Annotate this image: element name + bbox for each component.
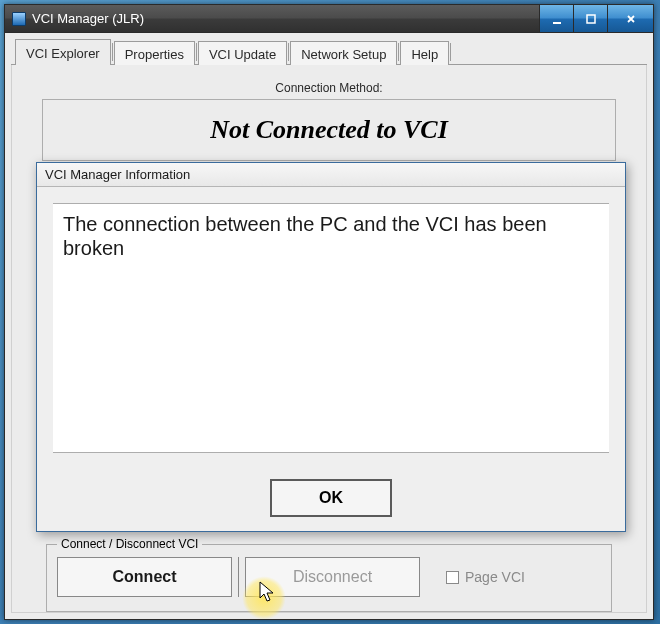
dialog-title: VCI Manager Information [45, 167, 190, 182]
tab-vci-explorer[interactable]: VCI Explorer [15, 39, 111, 65]
maximize-button[interactable] [573, 5, 607, 32]
tab-help[interactable]: Help [400, 41, 449, 65]
tab-vci-update[interactable]: VCI Update [198, 41, 287, 65]
connect-button[interactable]: Connect [57, 557, 232, 597]
checkbox-box [446, 571, 459, 584]
button-label: Disconnect [293, 568, 372, 586]
svg-rect-0 [553, 22, 561, 24]
connection-method-label: Connection Method: [42, 81, 616, 95]
titlebar[interactable]: VCI Manager (JLR) [5, 5, 653, 33]
tab-label: Network Setup [301, 47, 386, 62]
connection-status: Not Connected to VCI [210, 115, 448, 145]
group-legend: Connect / Disconnect VCI [57, 537, 202, 551]
svg-rect-1 [587, 15, 595, 23]
tab-label: Help [411, 47, 438, 62]
tab-label: VCI Explorer [26, 46, 100, 61]
button-label: Connect [113, 568, 177, 586]
tab-network-setup[interactable]: Network Setup [290, 41, 397, 65]
button-label: OK [319, 489, 343, 507]
page-vci-checkbox[interactable]: Page VCI [446, 569, 525, 585]
window-title: VCI Manager (JLR) [32, 11, 144, 26]
info-dialog: VCI Manager Information The connection b… [36, 162, 626, 532]
minimize-button[interactable] [539, 5, 573, 32]
tab-properties[interactable]: Properties [114, 41, 195, 65]
connect-disconnect-group: Connect / Disconnect VCI Connect Disconn… [46, 544, 612, 612]
button-separator [238, 557, 239, 597]
disconnect-button[interactable]: Disconnect [245, 557, 420, 597]
checkbox-label: Page VCI [465, 569, 525, 585]
close-button[interactable] [607, 5, 653, 32]
dialog-message: The connection between the PC and the VC… [53, 203, 609, 453]
ok-button[interactable]: OK [270, 479, 392, 517]
connection-status-box: Not Connected to VCI [42, 99, 616, 161]
tab-strip: VCI Explorer Properties VCI Update Netwo… [11, 39, 647, 65]
dialog-titlebar[interactable]: VCI Manager Information [37, 163, 625, 187]
app-icon [12, 12, 26, 26]
tab-label: Properties [125, 47, 184, 62]
tab-label: VCI Update [209, 47, 276, 62]
